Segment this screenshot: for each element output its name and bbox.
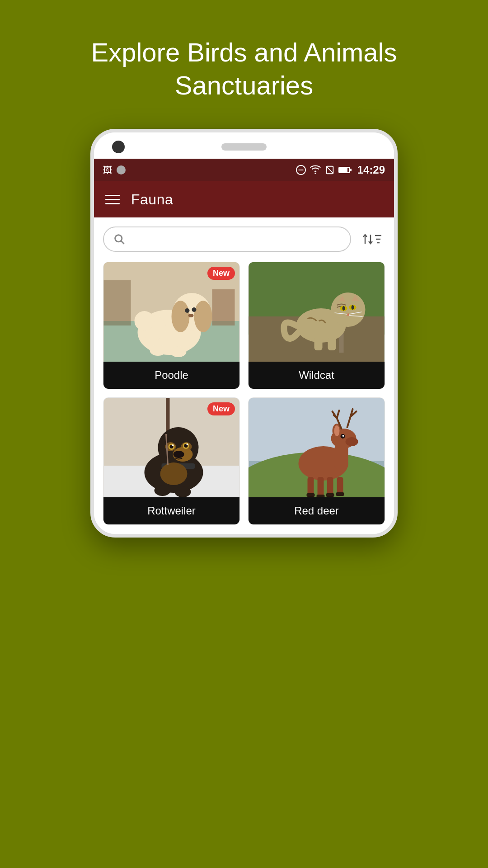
- svg-point-67: [160, 462, 188, 485]
- svg-point-65: [174, 451, 184, 458]
- red-deer-image: [249, 398, 385, 497]
- animal-card-rottweiler[interactable]: New Rottweiler: [103, 397, 240, 525]
- phone-sensor: [363, 141, 376, 153]
- new-badge-rottweiler: New: [207, 402, 235, 415]
- svg-point-28: [170, 346, 187, 357]
- search-box[interactable]: [103, 226, 351, 252]
- svg-rect-82: [308, 477, 314, 495]
- svg-point-22: [192, 307, 197, 312]
- svg-rect-86: [307, 493, 315, 497]
- svg-rect-89: [336, 492, 344, 496]
- page-title: Explore Birds and Animals Sanctuaries: [64, 36, 424, 102]
- svg-point-55: [158, 427, 199, 468]
- no-sim-icon: [325, 165, 335, 175]
- new-badge-poodle: New: [207, 267, 235, 280]
- phone-hardware-top: [94, 132, 394, 159]
- svg-point-81: [334, 425, 340, 436]
- search-input[interactable]: [130, 233, 341, 245]
- poodle-name: Poodle: [103, 362, 239, 389]
- svg-point-44: [352, 305, 354, 310]
- svg-rect-85: [337, 477, 343, 494]
- wildcat-name: Wildcat: [249, 362, 385, 389]
- phone-camera: [112, 141, 125, 153]
- status-right-icons: 14:29: [296, 164, 385, 176]
- animal-card-red-deer[interactable]: Red deer: [248, 397, 385, 525]
- svg-point-43: [343, 306, 345, 311]
- animal-grid: New Poodle: [103, 262, 385, 525]
- svg-point-8: [115, 235, 122, 242]
- svg-point-21: [194, 301, 212, 332]
- svg-point-63: [172, 444, 174, 446]
- animal-card-wildcat[interactable]: Wildcat: [248, 262, 385, 389]
- phone-frame: 🖼 14:29 Fauna: [90, 129, 398, 538]
- svg-rect-88: [326, 493, 334, 497]
- svg-rect-84: [327, 477, 333, 495]
- hamburger-menu-icon[interactable]: [105, 195, 120, 204]
- svg-rect-30: [104, 280, 131, 326]
- red-deer-name: Red deer: [249, 497, 385, 524]
- sort-icon: [361, 231, 381, 247]
- photo-icon: 🖼: [103, 165, 112, 175]
- phone-speaker: [221, 143, 267, 151]
- main-content: New Poodle: [94, 217, 394, 534]
- svg-point-2: [314, 173, 316, 174]
- battery-icon: [338, 166, 352, 174]
- svg-line-9: [121, 241, 124, 244]
- svg-point-23: [185, 308, 190, 313]
- svg-rect-7: [339, 168, 347, 172]
- app-bar: Fauna: [94, 181, 394, 217]
- svg-rect-1: [298, 170, 303, 170]
- svg-point-64: [187, 443, 188, 445]
- svg-point-36: [331, 292, 366, 327]
- minus-circle-icon: [296, 165, 306, 175]
- search-row: [103, 226, 385, 252]
- svg-point-26: [135, 311, 155, 331]
- svg-point-79: [343, 435, 344, 437]
- svg-point-20: [172, 301, 190, 332]
- wifi-icon: [310, 165, 321, 175]
- svg-point-77: [346, 437, 358, 446]
- svg-rect-6: [350, 169, 352, 171]
- status-left-icons: 🖼: [103, 165, 126, 175]
- rottweiler-name: Rottweiler: [103, 497, 239, 524]
- app-name-label: Fauna: [131, 191, 173, 208]
- svg-rect-29: [212, 289, 235, 326]
- svg-point-24: [188, 314, 194, 317]
- sort-filter-button[interactable]: [358, 227, 385, 251]
- svg-rect-87: [317, 495, 325, 497]
- animal-card-poodle[interactable]: New Poodle: [103, 262, 240, 389]
- svg-rect-50: [328, 337, 336, 350]
- status-time: 14:29: [357, 164, 385, 176]
- svg-point-69: [175, 486, 191, 497]
- svg-point-68: [155, 485, 171, 496]
- svg-rect-49: [314, 337, 323, 350]
- search-icon: [113, 233, 126, 245]
- wildcat-image: [249, 262, 385, 362]
- settings-icon: [117, 165, 126, 175]
- svg-point-27: [150, 345, 166, 356]
- svg-rect-83: [318, 477, 324, 496]
- status-bar: 🖼 14:29: [94, 159, 394, 181]
- svg-line-4: [326, 167, 333, 174]
